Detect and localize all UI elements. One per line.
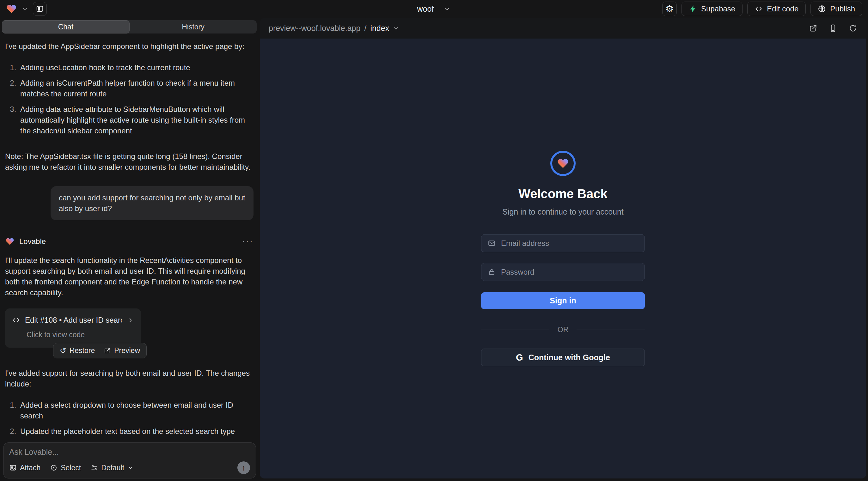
assistant-message-note: Note: The AppSidebar.tsx file is getting… bbox=[5, 151, 253, 172]
list-item: Updated the placeholder text based on th… bbox=[18, 426, 253, 437]
sidebar-toggle-button[interactable] bbox=[33, 2, 47, 16]
heart-logo-icon bbox=[557, 157, 569, 169]
refresh-icon bbox=[849, 24, 857, 33]
divider-line bbox=[577, 330, 645, 330]
send-button[interactable]: ↑ bbox=[238, 461, 250, 474]
assistant-name: Lovable bbox=[19, 236, 46, 247]
open-in-new-tab-button[interactable] bbox=[809, 24, 817, 33]
preview-button[interactable]: Preview bbox=[104, 346, 140, 355]
email-input[interactable] bbox=[501, 239, 638, 248]
restore-icon: ↺ bbox=[60, 347, 66, 355]
version-actions-pill: ↺ Restore Preview bbox=[53, 343, 147, 358]
user-message-bubble: can you add support for searching not on… bbox=[51, 186, 253, 220]
or-label: OR bbox=[558, 325, 569, 334]
edit-card-subtitle: Click to view code bbox=[27, 330, 134, 340]
chevron-down-icon bbox=[393, 25, 399, 31]
edit-code-label: Edit code bbox=[767, 4, 799, 13]
message-more-button[interactable]: ··· bbox=[242, 236, 253, 246]
signin-card: Welcome Back Sign in to continue to your… bbox=[481, 151, 645, 366]
sliders-icon bbox=[90, 464, 98, 472]
tab-chat[interactable]: Chat bbox=[2, 20, 130, 33]
mobile-phone-icon bbox=[829, 24, 837, 33]
lovable-heart-logo[interactable] bbox=[6, 3, 17, 14]
attach-button[interactable]: Attach bbox=[9, 463, 40, 472]
external-link-icon bbox=[104, 347, 111, 354]
preview-page: index bbox=[370, 24, 389, 33]
url-separator: / bbox=[364, 24, 366, 33]
lock-icon bbox=[488, 268, 496, 276]
supabase-label: Supabase bbox=[701, 4, 735, 13]
model-selector[interactable]: Default bbox=[90, 463, 134, 472]
refresh-button[interactable] bbox=[849, 24, 857, 33]
list-item: Adding data-active attribute to SidebarM… bbox=[18, 104, 253, 136]
lovable-heart-avatar bbox=[5, 237, 14, 246]
preview-iframe: Welcome Back Sign in to continue to your… bbox=[260, 38, 866, 478]
supabase-bolt-icon bbox=[689, 5, 697, 13]
top-bar: woof ⚙ Supabase Edit code Publish bbox=[0, 0, 868, 18]
app-logo bbox=[550, 151, 576, 176]
envelope-icon bbox=[488, 239, 496, 247]
preview-host: preview--woof.lovable.app bbox=[269, 24, 360, 33]
google-g-icon: G bbox=[516, 352, 523, 363]
project-chevron-down-icon[interactable] bbox=[443, 5, 451, 13]
select-label: Select bbox=[61, 463, 81, 472]
sign-in-button[interactable]: Sign in bbox=[481, 292, 645, 309]
assistant-header: Lovable ··· bbox=[5, 236, 253, 247]
chat-input[interactable] bbox=[9, 448, 250, 460]
attach-label: Attach bbox=[20, 463, 40, 472]
publish-button[interactable]: Publish bbox=[810, 2, 862, 16]
chevron-down-icon bbox=[127, 464, 134, 471]
assistant-message-intro-2: I'll update the search functionality in … bbox=[5, 255, 253, 298]
restore-label: Restore bbox=[69, 346, 95, 355]
preview-url-selector[interactable]: preview--woof.lovable.app / index bbox=[269, 24, 399, 33]
signin-title: Welcome Back bbox=[518, 187, 608, 201]
signin-subtitle: Sign in to continue to your account bbox=[502, 207, 624, 217]
list-item: Adding an isCurrentPath helper function … bbox=[18, 78, 253, 99]
assistant-message-list: Adding useLocation hook to track the cur… bbox=[5, 62, 253, 141]
external-link-icon bbox=[809, 24, 817, 33]
list-item: Added a select dropdown to choose betwee… bbox=[18, 400, 253, 421]
select-button[interactable]: Select bbox=[50, 463, 81, 472]
divider-line bbox=[481, 330, 549, 330]
assistant-message-summary: I've added support for searching by both… bbox=[5, 368, 253, 389]
chat-panel: Chat History I've updated the AppSidebar… bbox=[0, 18, 258, 481]
supabase-button[interactable]: Supabase bbox=[682, 2, 743, 16]
preview-label: Preview bbox=[114, 346, 140, 355]
google-button-label: Continue with Google bbox=[528, 353, 610, 362]
password-field bbox=[481, 263, 645, 281]
panel-left-icon bbox=[36, 5, 44, 13]
tab-history[interactable]: History bbox=[130, 20, 257, 33]
preview-header: preview--woof.lovable.app / index bbox=[260, 18, 866, 38]
restore-button[interactable]: ↺ Restore bbox=[60, 346, 95, 355]
settings-button[interactable]: ⚙ bbox=[662, 2, 677, 16]
edit-card-title: Edit #108 • Add user ID search supp... bbox=[25, 315, 122, 325]
workspace-chevron-down-icon[interactable] bbox=[22, 5, 28, 12]
chat-composer: Attach Select Default ↑ bbox=[3, 443, 256, 478]
code-icon bbox=[12, 316, 20, 324]
globe-icon bbox=[818, 5, 826, 13]
model-label: Default bbox=[101, 463, 124, 472]
image-attach-icon bbox=[9, 464, 17, 472]
gear-icon: ⚙ bbox=[665, 4, 674, 13]
email-field bbox=[481, 234, 645, 252]
chat-messages: I've updated the AppSidebar component to… bbox=[0, 33, 258, 481]
chevron-right-icon bbox=[127, 317, 134, 324]
password-input[interactable] bbox=[501, 268, 638, 277]
arrow-up-icon: ↑ bbox=[242, 463, 246, 472]
edit-card[interactable]: Edit #108 • Add user ID search supp... C… bbox=[5, 309, 141, 348]
list-item: Adding useLocation hook to track the cur… bbox=[18, 62, 253, 73]
code-icon bbox=[754, 5, 763, 13]
target-icon bbox=[50, 464, 58, 472]
preview-panel: preview--woof.lovable.app / index bbox=[260, 18, 866, 478]
or-divider: OR bbox=[481, 325, 645, 334]
mobile-view-button[interactable] bbox=[829, 24, 837, 33]
assistant-message-intro: I've updated the AppSidebar component to… bbox=[5, 41, 253, 52]
publish-label: Publish bbox=[830, 4, 855, 13]
edit-code-button[interactable]: Edit code bbox=[747, 2, 806, 16]
continue-with-google-button[interactable]: G Continue with Google bbox=[481, 349, 645, 366]
project-title: woof bbox=[417, 4, 434, 13]
chat-history-tabbar: Chat History bbox=[2, 20, 257, 33]
